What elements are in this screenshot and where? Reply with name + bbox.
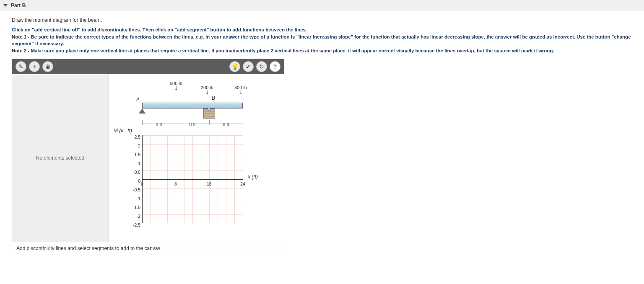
arrow-down-icon: ↓ xyxy=(239,88,242,96)
section-title: Part B xyxy=(11,3,26,8)
delete-button[interactable]: 🗑 xyxy=(42,61,53,72)
beam-figure: A B 500 lb↓ 200 lb↓ 300 lb↓ xyxy=(134,78,280,133)
ytick: 0.5 xyxy=(129,168,140,177)
canvas-pane[interactable]: A B 500 lb↓ 200 lb↓ 300 lb↓ xyxy=(109,74,284,242)
draw-tool-button[interactable]: ✎ xyxy=(16,61,26,72)
help-button[interactable]: ? xyxy=(270,61,280,72)
ytick: 1 xyxy=(129,159,140,168)
add-button[interactable]: + xyxy=(29,61,40,72)
note1-text: Be sure to indicate the correct types of… xyxy=(12,34,631,46)
check-button[interactable]: ✔ xyxy=(243,61,254,72)
ytick: 2 xyxy=(129,142,140,150)
question-prompt: Draw the moment diagram for the beam. xyxy=(12,17,632,23)
content-body: Draw the moment diagram for the beam. Cl… xyxy=(0,11,644,259)
ytick: 2.5 xyxy=(129,133,140,142)
chart-grid[interactable]: 2.5 2 1.5 1 0.5 0 -0.5 -1 -1.5 -2 -2.5 xyxy=(142,135,243,223)
moment-chart[interactable]: M (k · ft) 2.5 2 1.5 1 0.5 0 -0.5 xyxy=(134,135,280,223)
xtick: 24 xyxy=(240,181,245,186)
ytick: -1.5 xyxy=(129,203,140,212)
hint-button[interactable]: 💡 xyxy=(229,61,240,72)
ytick: -2 xyxy=(129,212,140,221)
dim-1: 8 ft xyxy=(142,122,176,127)
ytick: 1.5 xyxy=(129,150,140,159)
roller-pin-icon xyxy=(208,108,211,111)
point-a-label: A xyxy=(136,97,140,103)
instructions-block: Click on "add vertical line off" to add … xyxy=(12,26,632,54)
dim-2: 8 ft xyxy=(176,122,209,127)
section-header[interactable]: Part B xyxy=(0,0,644,11)
toolbar: ✎ + 🗑 💡 ✔ ↻ ? xyxy=(12,59,284,74)
drawing-panel: ✎ + 🗑 💡 ✔ ↻ ? No elements selected A B 5… xyxy=(12,59,284,255)
dimension-row: 8 ft 8 ft 8 ft xyxy=(142,122,243,127)
beam-bar xyxy=(142,103,243,108)
reset-button[interactable]: ↻ xyxy=(256,61,267,72)
caret-down-icon xyxy=(3,4,8,7)
x-axis-label: x (ft) xyxy=(248,174,258,180)
instruction-line1: Click on "add vertical line off" to add … xyxy=(12,27,307,32)
ytick: -2.5 xyxy=(129,221,140,230)
load-500: 500 lb↓ xyxy=(170,81,182,91)
y-ticks: 2.5 2 1.5 1 0.5 0 -0.5 -1 -1.5 -2 -2.5 xyxy=(129,133,140,230)
xtick: 16 xyxy=(207,181,212,186)
point-b-label: B xyxy=(212,95,215,101)
load-200: 200 lb↓ xyxy=(201,85,213,95)
xtick: 8 xyxy=(174,181,177,186)
status-bar: Add discontinuity lines and select segme… xyxy=(12,242,284,255)
load-300: 300 lb↓ xyxy=(234,85,247,95)
selection-empty-text: No elements selected xyxy=(36,155,84,161)
note2-text: Make sure you place only one vertical li… xyxy=(31,48,554,53)
note1-label: Note 1 - xyxy=(12,34,31,39)
arrow-down-icon: ↓ xyxy=(205,88,209,96)
ytick: 0 xyxy=(129,177,140,186)
selection-pane: No elements selected xyxy=(12,74,109,242)
dim-tick xyxy=(243,120,243,125)
ytick: -0.5 xyxy=(129,186,140,194)
x-axis xyxy=(142,179,243,180)
workspace: No elements selected A B 500 lb↓ 200 lb↓… xyxy=(12,74,284,242)
pin-support-icon xyxy=(139,108,145,114)
xtick: 0 xyxy=(141,181,143,186)
ytick: -1 xyxy=(129,194,140,203)
dim-3: 8 ft xyxy=(209,122,243,127)
arrow-down-icon: ↓ xyxy=(174,84,178,91)
note2-label: Note 2 - xyxy=(12,48,31,53)
